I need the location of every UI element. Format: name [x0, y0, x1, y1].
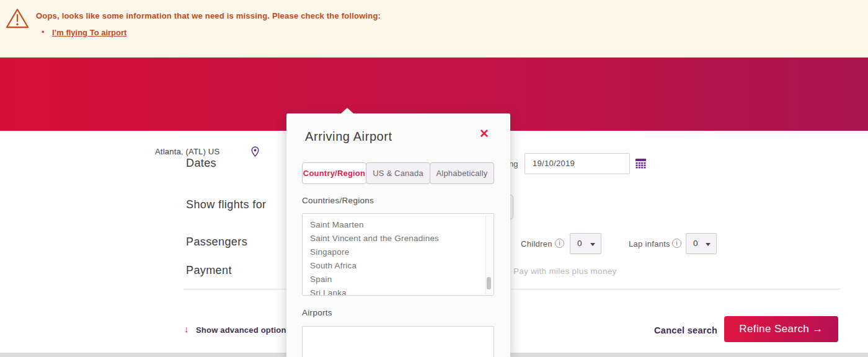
arriving-airport-popup: Arriving Airport ✕ Country/Region US & C…	[286, 113, 510, 357]
down-arrow-icon: ↓	[184, 324, 189, 334]
lap-infants-count-value: 0	[693, 234, 698, 253]
section-passengers-label: Passengers	[186, 236, 247, 249]
section-show-flights-label: Show flights for	[186, 198, 266, 211]
lap-infants-label: Lap infants	[629, 239, 670, 249]
section-payment-label: Payment	[186, 264, 232, 277]
return-date-value: 19/10/2019	[533, 154, 575, 174]
tab-alphabetically[interactable]: Alphabetically	[430, 162, 494, 184]
warning-banner: Oops, looks like some information that w…	[0, 0, 868, 58]
list-item[interactable]: Sri Lanka	[303, 286, 494, 296]
lap-infants-info-icon[interactable]: i	[672, 239, 681, 248]
cancel-search-link[interactable]: Cancel search	[654, 325, 717, 335]
to-label: To	[271, 146, 282, 157]
chevron-down-icon	[590, 243, 595, 246]
children-label: Children	[521, 239, 552, 249]
countries-listbox[interactable]: Saint Maarten Saint Vincent and the Gren…	[302, 213, 494, 296]
airports-listbox[interactable]	[302, 326, 494, 357]
flying-from-label: I’m flying from	[74, 146, 142, 157]
warning-bullet: •	[42, 27, 45, 37]
flight-search-page: Oops, looks like some information that w…	[0, 0, 868, 357]
children-count-value: 0	[577, 234, 582, 253]
chevron-down-icon	[706, 243, 711, 246]
refine-search-button[interactable]: Refine Search →	[724, 316, 838, 342]
return-date-input[interactable]: 19/10/2019	[525, 153, 630, 174]
scrollbar-thumb[interactable]	[487, 277, 491, 289]
flying-to-error-link[interactable]: I’m flying To airport	[52, 28, 126, 37]
tab-us-canada[interactable]: US & Canada	[366, 162, 430, 184]
tab-country-region[interactable]: Country/Region	[302, 162, 366, 184]
scrollbar-track[interactable]	[485, 215, 492, 294]
show-advanced-options-link[interactable]: Show advanced options	[196, 325, 291, 335]
section-divider	[184, 289, 840, 289]
list-item[interactable]: Singapore	[303, 245, 494, 259]
list-item[interactable]: Saint Maarten	[303, 218, 494, 232]
children-info-icon[interactable]: i	[555, 239, 564, 248]
warning-triangle-icon	[4, 6, 30, 34]
popup-pointer-caret	[340, 108, 354, 114]
pay-with-miles-option: Pay with miles plus money	[513, 267, 617, 276]
airports-label: Airports	[302, 308, 332, 317]
calendar-icon[interactable]	[636, 159, 646, 171]
returning-label-fragment: ng	[509, 159, 518, 169]
popup-title: Arriving Airport	[305, 130, 392, 144]
airport-filter-tabs: Country/Region US & Canada Alphabeticall…	[302, 162, 494, 184]
location-pin-icon	[249, 146, 261, 160]
list-item[interactable]: Spain	[303, 273, 494, 286]
countries-regions-label: Countries/Regions	[302, 196, 374, 205]
section-dates-label: Dates	[186, 157, 216, 170]
list-item[interactable]: Saint Vincent and the Grenadines	[303, 232, 494, 245]
children-count-select[interactable]: 0	[570, 233, 601, 254]
lap-infants-count-select[interactable]: 0	[686, 233, 717, 254]
close-icon[interactable]: ✕	[479, 126, 489, 141]
warning-message: Oops, looks like some information that w…	[36, 11, 381, 20]
list-item[interactable]: South Africa	[303, 259, 494, 273]
